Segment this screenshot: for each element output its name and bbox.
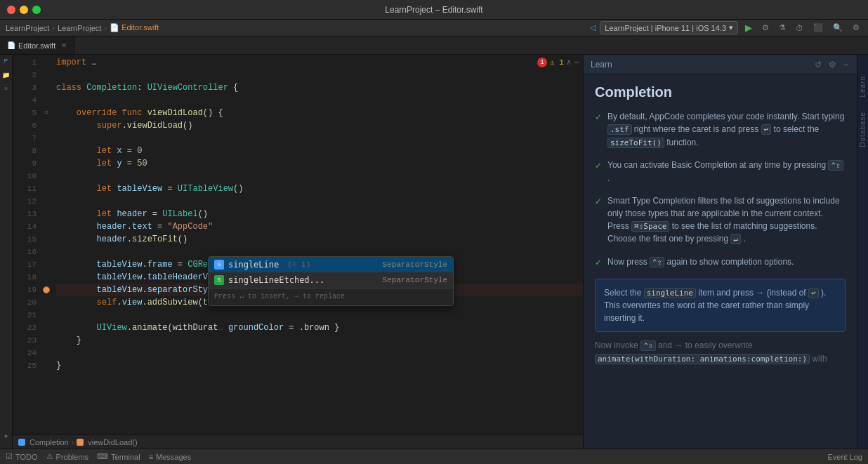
titlebar: LearnProject – Editor.swift (0, 0, 868, 20)
breadcrumb-method[interactable]: viewDidLoad() (88, 438, 137, 446)
gutter-line-4 (41, 94, 52, 107)
code-line-1: import … (56, 56, 583, 69)
gutter-line-24 (41, 347, 52, 359)
gutter-line-23 (41, 334, 52, 347)
device-selector[interactable]: LearnProject | iPhone 11 | iOS 14.3 ▾ (600, 21, 738, 34)
code-line-15: header.sizeToFit() (56, 233, 583, 246)
method-icon (77, 439, 84, 446)
maximize-button[interactable] (32, 6, 41, 14)
gutter-line-2 (41, 69, 52, 81)
breadcrumb-folder[interactable]: LearnProject (58, 24, 101, 32)
autocomplete-type-0: SeparatorStyle (383, 258, 447, 271)
messages-status[interactable]: ≡ Messages (149, 453, 192, 461)
code-editor[interactable]: 1 2 3 4 5 6 7 8 9 10 11 12 13 14 15 16 1… (13, 55, 583, 435)
tab-close-button[interactable]: ✕ (61, 41, 67, 49)
code-line-8: let x = 0 (56, 145, 583, 157)
sidebar-structure-icon[interactable]: ≡ (1, 86, 11, 95)
todo-status[interactable]: ☑ TODO (6, 452, 38, 461)
autocomplete-item-0[interactable]: S singleLine (= 1) SeparatorStyle (209, 257, 453, 272)
code-line-21 (56, 309, 583, 322)
settings-panel-button[interactable]: ⚙ (827, 58, 838, 71)
minimize-button[interactable] (20, 6, 28, 14)
learn-text-3: Smart Type Completion filters the list o… (607, 194, 846, 246)
gutter-line-14 (41, 220, 52, 233)
sidebar-database-label[interactable]: Database (859, 112, 867, 147)
problems-label: Problems (56, 453, 88, 461)
autocomplete-dropdown[interactable]: S singleLine (= 1) SeparatorStyle S sing… (208, 256, 454, 306)
check-icon-1: ✓ (595, 111, 602, 149)
gutter-line-20 (41, 296, 52, 309)
event-log-status[interactable]: Event Log (827, 453, 862, 461)
check-icon-2: ✓ (595, 159, 602, 185)
problems-status[interactable]: ⚠ Problems (46, 452, 88, 461)
profile-button[interactable]: ⏱ (793, 22, 806, 34)
editor-tab[interactable]: 📄 Editor.swift ✕ (0, 37, 74, 54)
terminal-icon: ⌨ (97, 452, 108, 461)
gutter-line-3 (41, 81, 52, 94)
build-button[interactable]: ⚙ (759, 22, 772, 34)
gutter-line-1 (41, 56, 52, 69)
settings-button[interactable]: ⚙ (850, 22, 862, 34)
check-icon-3: ✓ (595, 195, 602, 246)
tab-bar: 📄 Editor.swift ✕ (0, 37, 868, 55)
close-button[interactable] (7, 6, 15, 14)
nav-back-icon[interactable]: ◁ (590, 23, 596, 32)
gutter-line-18 (41, 271, 52, 284)
code-line-14: header.text = "AppCode" (56, 220, 583, 233)
tab-file-icon: 📄 (7, 41, 15, 49)
sidebar-favorites-icon[interactable]: ★ (1, 433, 11, 443)
autocomplete-icon-1: S (214, 275, 224, 285)
refresh-button[interactable]: ↺ (813, 58, 823, 71)
right-panel: Learn ↺ ⚙ − Completion ✓ By default, App… (583, 55, 857, 449)
gutter-line-13 (41, 208, 52, 220)
code-content[interactable]: 1 ⚠ 1 ∧ ⋯ import … class Completion: UIV… (53, 55, 583, 435)
learn-item-4: ✓ Now press ⌃⇧ again to show completion … (595, 256, 846, 269)
gutter-line-11 (41, 183, 52, 195)
breadcrumb-file[interactable]: 📄 Editor.swift (110, 23, 159, 32)
breadcrumb-class[interactable]: Completion (29, 438, 69, 446)
autocomplete-name-0: singleLine (228, 258, 279, 271)
gutter-line-16 (41, 246, 52, 258)
messages-label: Messages (156, 453, 191, 461)
breakpoint-dot[interactable] (43, 286, 50, 293)
autocomplete-hint-0: (= 1) (287, 258, 310, 271)
gutter-line-19[interactable] (41, 284, 52, 296)
sidebar-learn-label[interactable]: Learn (859, 76, 867, 98)
tab-label: Editor.swift (18, 41, 55, 50)
gutter-line-6 (41, 119, 52, 132)
line-numbers: 1 2 3 4 5 6 7 8 9 10 11 12 13 14 15 16 1… (13, 55, 41, 435)
left-sidebar: P 📁 ≡ ★ (0, 55, 13, 449)
code-line-3: class Completion: UIViewController { (56, 81, 583, 94)
gutter-line-12 (41, 195, 52, 208)
autocomplete-item-1[interactable]: S singleLineEtched... SeparatorStyle (209, 272, 453, 288)
learn-text-1: By default, AppCode completes your code … (607, 110, 846, 149)
terminal-status[interactable]: ⌨ Terminal (97, 452, 140, 461)
gutter-line-5[interactable]: ○ (41, 107, 52, 119)
todo-label: TODO (15, 453, 38, 461)
run-button[interactable]: ▶ (742, 21, 755, 34)
main-layout: P 📁 ≡ ★ 1 2 3 4 5 6 7 8 9 10 11 12 13 14 (0, 55, 868, 449)
search-button[interactable]: 🔍 (830, 22, 846, 34)
code-line-11: let tableView = UITableView() (56, 183, 583, 195)
gutter-line-8 (41, 145, 52, 157)
code-line-2 (56, 69, 583, 81)
learn-text-4: Now press ⌃⇧ again to show completion op… (607, 256, 846, 269)
gutter-line-10 (41, 170, 52, 183)
todo-icon: ☑ (6, 452, 13, 461)
test-button[interactable]: ⚗ (776, 22, 789, 34)
right-panel-header: Learn ↺ ⚙ − (584, 55, 857, 74)
gutter-line-15 (41, 233, 52, 246)
breadcrumb-bar: LearnProject › LearnProject › 📄 Editor.s… (0, 20, 868, 37)
sidebar-project-icon[interactable]: P (1, 58, 11, 67)
stop-button[interactable]: ⬛ (810, 22, 826, 34)
learn-highlight-box: Select the singleLine item and press → (… (595, 279, 846, 333)
bottom-breadcrumb: Completion › viewDidLoad() (13, 435, 583, 449)
terminal-label: Terminal (111, 453, 140, 461)
sidebar-files-icon[interactable]: 📁 (1, 72, 11, 81)
close-panel-button[interactable]: − (842, 58, 850, 71)
learn-title: Completion (595, 84, 846, 100)
code-line-6: super.viewDidLoad() (56, 119, 583, 132)
breadcrumb-project[interactable]: LearnProject (6, 24, 49, 32)
toolbar-right: ◁ LearnProject | iPhone 11 | iOS 14.3 ▾ … (590, 21, 862, 34)
code-line-13: let header = UILabel() (56, 208, 583, 220)
